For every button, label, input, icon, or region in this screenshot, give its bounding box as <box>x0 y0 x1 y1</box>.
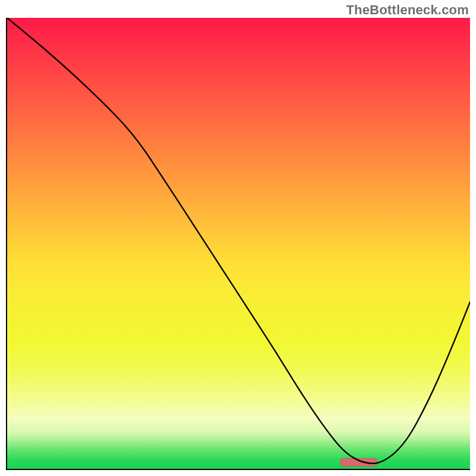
chart-curve <box>7 18 470 469</box>
chart-plot-area <box>6 18 470 470</box>
watermark-text: TheBottleneck.com <box>346 2 469 18</box>
